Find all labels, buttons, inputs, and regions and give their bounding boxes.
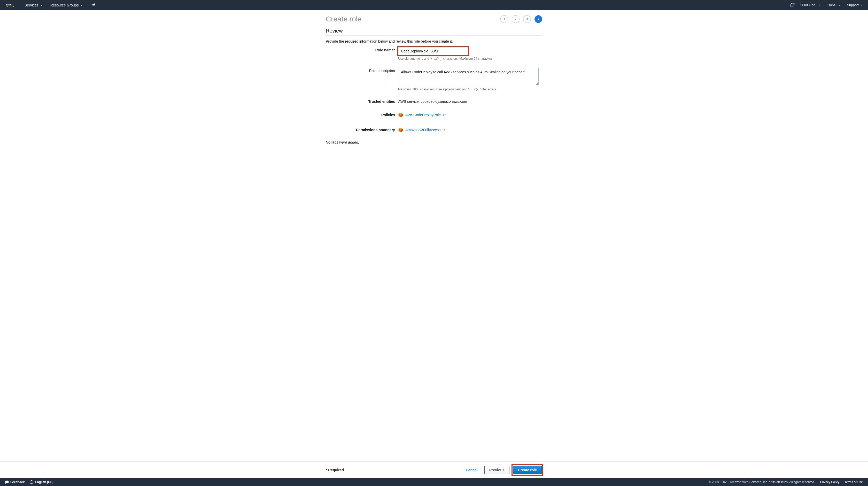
services-label: Services	[25, 3, 38, 7]
services-menu[interactable]: Services	[25, 3, 43, 7]
policy-item: AWSCodeDeployRole	[398, 112, 542, 118]
support-menu[interactable]: Support	[847, 3, 863, 7]
policy-box-icon	[398, 127, 403, 132]
feedback-link[interactable]: Feedback	[5, 480, 25, 484]
chevron-down-icon	[861, 5, 863, 6]
external-link-icon	[443, 114, 445, 117]
review-intro: Provide the required information below a…	[326, 39, 542, 43]
role-name-input[interactable]	[398, 47, 468, 55]
create-role-button[interactable]: Create role	[513, 466, 542, 474]
aws-logo[interactable]: aws	[5, 3, 16, 8]
previous-button[interactable]: Previous	[485, 466, 509, 474]
boundary-item: AmazonS3FullAccess	[398, 127, 542, 132]
svg-text:aws: aws	[6, 3, 11, 6]
role-name-hint: Use alphanumeric and '+=,.@-_' character…	[398, 57, 542, 60]
account-menu[interactable]: LOVO Inc.	[800, 3, 820, 7]
boundary-link[interactable]: AmazonS3FullAccess	[405, 128, 445, 132]
external-link-icon	[442, 129, 445, 131]
globe-icon	[30, 480, 33, 484]
privacy-link[interactable]: Privacy Policy	[820, 480, 840, 484]
step-4[interactable]: 4	[534, 15, 542, 23]
role-desc-hint: Maximum 1000 characters. Use alphanumeri…	[398, 88, 542, 91]
required-note: * Required	[326, 468, 344, 472]
terms-link[interactable]: Terms of Use	[844, 480, 863, 484]
page-title: Create role	[326, 15, 362, 23]
account-label: LOVO Inc.	[800, 3, 816, 7]
footer: Feedback English (US) © 2008 - 2020, Ama…	[0, 478, 868, 486]
region-menu[interactable]: Global	[827, 3, 841, 7]
cancel-button[interactable]: Cancel	[462, 466, 481, 474]
wizard-steps: 1 2 3 4	[500, 15, 542, 23]
region-label: Global	[827, 3, 836, 7]
policy-box-icon	[398, 112, 403, 118]
top-nav: aws Services Resource Groups LOVO Inc. G…	[0, 0, 868, 10]
step-3[interactable]: 3	[523, 15, 531, 23]
resource-groups-menu[interactable]: Resource Groups	[51, 3, 83, 7]
copyright: © 2008 - 2020, Amazon Web Services, Inc.…	[709, 480, 815, 484]
language-selector[interactable]: English (US)	[30, 480, 53, 484]
trusted-entities-value: AWS service: codedeploy.amazonaws.com	[398, 98, 542, 103]
support-label: Support	[847, 3, 859, 7]
trusted-entities-label: Trusted entities	[326, 98, 398, 103]
role-name-label: Role name*	[326, 47, 398, 52]
role-desc-input[interactable]: Allows CodeDeploy to call AWS services s…	[398, 68, 538, 85]
permissions-boundary-label: Permissions boundary	[326, 127, 398, 132]
policies-label: Policies	[326, 112, 398, 117]
chevron-down-icon	[81, 5, 83, 6]
speech-bubble-icon	[5, 480, 9, 484]
notification-dot	[793, 3, 795, 5]
chevron-down-icon	[40, 5, 43, 6]
notifications-icon[interactable]	[790, 3, 794, 7]
pin-icon[interactable]	[92, 3, 95, 7]
review-heading: Review	[326, 28, 542, 36]
step-1[interactable]: 1	[500, 15, 508, 23]
step-2[interactable]: 2	[512, 15, 520, 23]
no-tags-message: No tags were added.	[326, 140, 542, 144]
chevron-down-icon	[818, 5, 820, 6]
chevron-down-icon	[838, 5, 840, 6]
role-desc-label: Role description	[326, 68, 398, 73]
resource-groups-label: Resource Groups	[51, 3, 79, 7]
policy-link[interactable]: AWSCodeDeployRole	[405, 113, 445, 117]
